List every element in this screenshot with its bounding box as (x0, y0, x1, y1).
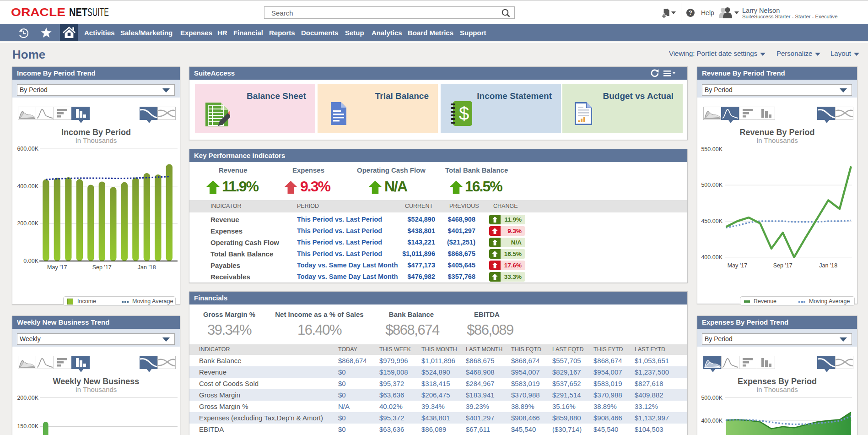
svg-text:Jan '18: Jan '18 (819, 262, 837, 269)
svg-text:500.00K: 500.00K (701, 395, 722, 401)
svg-text:Sep '17: Sep '17 (773, 262, 793, 269)
svg-text:May '17: May '17 (728, 262, 747, 269)
svg-text:550.00K: 550.00K (701, 146, 722, 152)
svg-text:400.00K: 400.00K (701, 418, 722, 424)
svg-text:Jan '18: Jan '18 (138, 264, 156, 271)
svg-text:200.00K: 200.00K (17, 220, 38, 227)
svg-text:200.00K: 200.00K (17, 395, 38, 401)
svg-text:400.00K: 400.00K (17, 183, 38, 190)
svg-text:May '17: May '17 (47, 264, 67, 271)
svg-text:$: $ (459, 103, 469, 124)
svg-text:Sep '17: Sep '17 (92, 264, 112, 271)
svg-text:400.00K: 400.00K (701, 254, 722, 261)
svg-text:ORACLE: ORACLE (11, 7, 65, 18)
svg-text:0.00K: 0.00K (23, 258, 38, 264)
svg-text:500.00K: 500.00K (701, 182, 722, 188)
svg-text:SUITE: SUITE (87, 7, 109, 18)
svg-text:600.00K: 600.00K (17, 146, 38, 152)
svg-text:150.00K: 150.00K (17, 423, 38, 430)
svg-text:450.00K: 450.00K (701, 218, 722, 224)
svg-text:NET: NET (69, 7, 87, 18)
